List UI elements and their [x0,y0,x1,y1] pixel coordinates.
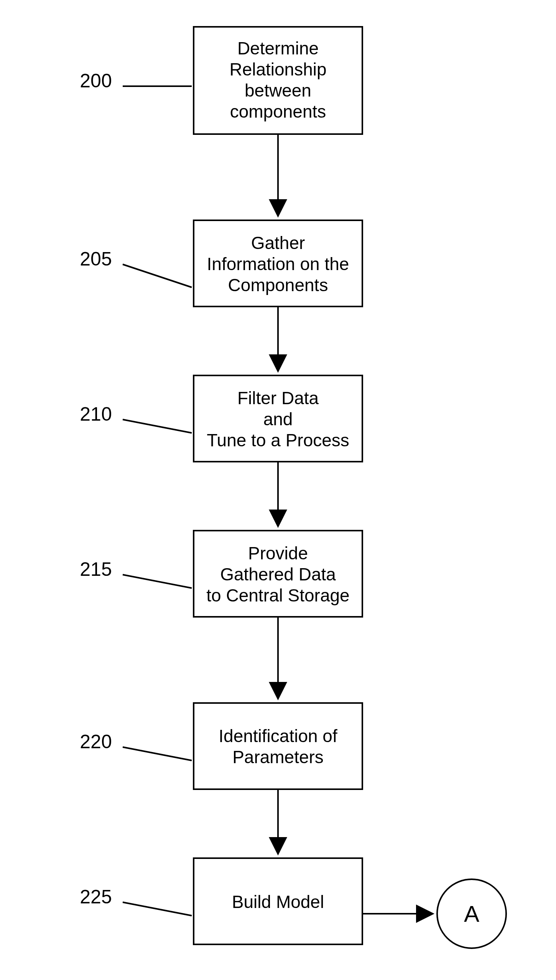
box-text: components [230,102,326,121]
ref-number: 220 [80,731,112,752]
box-text: Components [228,275,328,295]
box-text: Information on the [207,254,349,274]
box-text: Gather [251,233,305,253]
box-text: Gathered Data [220,564,336,584]
box-text: Filter Data [237,388,319,408]
ref-number: 225 [80,886,112,908]
ref-line [123,420,192,433]
box-text: between [245,80,311,100]
ref-line [123,747,192,760]
connector-label: A [464,901,479,927]
box-text: Relationship [229,59,326,79]
ref-line [123,264,192,287]
ref-number: 210 [80,403,112,425]
ref-number: 200 [80,70,112,92]
box-text: Build Model [232,892,324,912]
box-text: Identification of [219,726,337,746]
flowchart-diagram: Determine Relationship between component… [0,0,556,980]
flowchart-box [194,703,362,789]
box-text: Determine [237,38,319,58]
box-text: Tune to a Process [207,430,349,450]
box-text: Provide [248,543,308,563]
ref-number: 205 [80,248,112,270]
box-text: Parameters [232,747,324,767]
ref-line [123,575,192,588]
box-text: to Central Storage [206,585,349,605]
box-text: and [263,409,293,429]
ref-number: 215 [80,559,112,580]
ref-line [123,902,192,916]
